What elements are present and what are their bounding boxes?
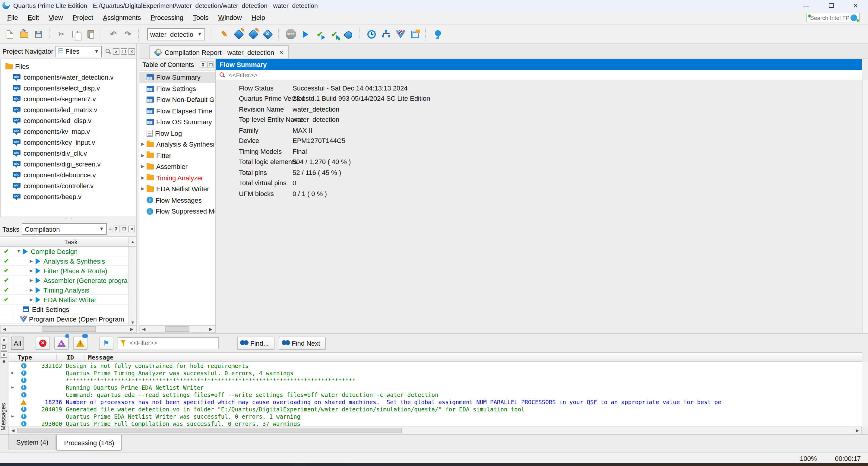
menu-window[interactable]: Window xyxy=(213,12,246,23)
report-filter-input[interactable] xyxy=(227,70,859,79)
close-panel-icon[interactable]: ✕ xyxy=(128,48,135,55)
filter-all-button[interactable]: All xyxy=(11,336,24,349)
revision-combobox[interactable]: water_detection ▼ xyxy=(147,28,205,40)
expander-right-icon[interactable]: ▶ xyxy=(141,187,147,191)
undo-button[interactable]: ↶ xyxy=(106,26,121,42)
expander-right-icon[interactable]: ▶ xyxy=(28,287,34,292)
scroll-left-icon[interactable]: ◀ xyxy=(9,428,17,433)
menu-processing[interactable]: Processing xyxy=(146,12,188,23)
message-column-header[interactable]: Message xyxy=(85,354,114,361)
toc-item-flow-suppressed[interactable]: iFlow Suppressed Me xyxy=(140,206,215,217)
tab-close-icon[interactable]: ✕ xyxy=(279,49,283,55)
file-item[interactable]: components/debounce.v xyxy=(1,169,136,180)
menu-project[interactable]: Project xyxy=(68,12,98,23)
message-row[interactable]: i293000Quartus Prime Full Compilation wa… xyxy=(8,420,862,427)
task-row[interactable]: ✔▼Compile Design xyxy=(0,247,128,256)
eco-editor-button[interactable] xyxy=(408,26,422,42)
messages-filter-box[interactable] xyxy=(118,337,219,349)
float-icon[interactable]: ❐ xyxy=(121,48,127,55)
file-item[interactable]: components/water_detection.v xyxy=(1,72,136,83)
netlist-diamond-button[interactable]: ✕ xyxy=(260,26,275,42)
file-item[interactable]: components/kv_map.v xyxy=(1,126,136,137)
expander-right-icon[interactable]: ▶ xyxy=(8,370,17,375)
minimize-button[interactable]: — xyxy=(794,0,818,11)
toc-item-analysis-synthesis[interactable]: ▶Analysis & Synthesis xyxy=(140,139,215,150)
start-analysis-synthesis-button[interactable]: ✔ xyxy=(312,26,327,42)
assignment-editor-button[interactable]: ✎ xyxy=(217,26,231,42)
file-item[interactable]: components/segment7.v xyxy=(1,93,136,104)
menu-assignments[interactable]: Assignments xyxy=(98,12,146,23)
search-input[interactable] xyxy=(809,13,850,22)
task-row[interactable]: ✔▶Assembler (Generate progra xyxy=(0,276,128,285)
new-file-button[interactable] xyxy=(2,26,17,42)
file-item[interactable]: components/led_matrix.v xyxy=(1,104,136,115)
scroll-left-icon[interactable]: ◀ xyxy=(1,327,8,332)
filter-critical-warnings-button[interactable] xyxy=(54,336,69,349)
close-panel-icon[interactable]: ✕ xyxy=(128,226,135,232)
start-fitter-button[interactable]: ✔ xyxy=(327,26,341,42)
timing-analyzer-button[interactable] xyxy=(364,26,379,42)
toc-item-eda-netlist-writer[interactable]: ▶EDA Netlist Writer xyxy=(140,183,215,194)
scroll-right-icon[interactable]: ▶ xyxy=(207,327,215,332)
toc-item-flow-messages[interactable]: iFlow Messages xyxy=(140,194,215,206)
find-button[interactable]: Find... xyxy=(237,336,274,349)
scroll-right-icon[interactable]: ▶ xyxy=(854,428,861,433)
file-item[interactable]: components/controller.v xyxy=(1,180,136,191)
toc-item-flow-os-summary[interactable]: Flow OS Summary xyxy=(140,117,215,128)
message-row[interactable]: ▶iQuartus Prime EDA Netlist Writer was s… xyxy=(8,413,862,420)
task-row[interactable]: Edit Settings xyxy=(0,305,128,314)
message-row[interactable]: ▶iRunning Quartus Prime EDA Netlist Writ… xyxy=(8,384,862,391)
pin-icon[interactable]: ⊼ xyxy=(113,226,119,232)
file-item[interactable]: components/key_input.v xyxy=(1,137,136,148)
scroll-left-icon[interactable]: ◀ xyxy=(140,327,148,332)
design-partition-button[interactable] xyxy=(379,26,393,42)
toc-item-timing-analyzer[interactable]: ▶Timing Analyzer xyxy=(140,172,215,183)
paste-button[interactable] xyxy=(83,26,98,42)
toc-item-flow-elapsed-time[interactable]: Flow Elapsed Time xyxy=(140,105,215,117)
type-column-header[interactable]: Type xyxy=(8,354,57,361)
vertical-splitter[interactable] xyxy=(137,44,140,333)
expander-right-icon[interactable]: ▶ xyxy=(141,164,147,169)
filter-flags-button[interactable]: ⚑ xyxy=(99,336,114,349)
stop-processing-button[interactable]: STOP xyxy=(283,26,298,42)
toc-horizontal-scrollbar[interactable]: ◀ ▶ xyxy=(140,325,215,333)
float-icon[interactable]: ❐ xyxy=(208,61,214,68)
expander-right-icon[interactable]: ▶ xyxy=(28,268,34,273)
report-vertical-scrollbar[interactable] xyxy=(862,80,868,333)
pin-planner-button[interactable]: ✎ xyxy=(246,26,260,42)
menu-icon[interactable]: ≡ xyxy=(2,359,5,364)
menu-tools[interactable]: Tools xyxy=(188,12,213,23)
file-item[interactable]: components/digi_screen.v xyxy=(1,159,136,169)
file-item[interactable]: components/select_disp.v xyxy=(1,83,136,93)
open-project-button[interactable] xyxy=(17,26,31,42)
scrollbar-thumb[interactable] xyxy=(165,327,189,332)
messages-horizontal-scrollbar[interactable]: ◀ ▶ xyxy=(8,427,862,434)
menu-edit[interactable]: Edit xyxy=(23,12,44,23)
scroll-down-icon[interactable]: ▼ xyxy=(131,320,135,324)
settings-diamond-button[interactable]: ✎ xyxy=(231,26,246,42)
expander-right-icon[interactable]: ▶ xyxy=(8,414,17,418)
report-filter-row[interactable] xyxy=(216,70,862,80)
message-row[interactable]: i***************************************… xyxy=(8,376,862,384)
intel-fpga-search[interactable] xyxy=(806,13,860,22)
expander-right-icon[interactable]: ▶ xyxy=(28,278,34,283)
expander-right-icon[interactable]: ▶ xyxy=(141,153,147,158)
float-icon[interactable]: ❐ xyxy=(121,226,127,232)
menu-view[interactable]: View xyxy=(44,12,67,23)
expander-down-icon[interactable]: ▼ xyxy=(16,249,22,253)
toc-item-flow-settings[interactable]: Flow Settings xyxy=(140,83,215,94)
scrollbar-thumb[interactable] xyxy=(17,428,402,433)
toc-item-flow-non-default[interactable]: Flow Non-Default Gl xyxy=(140,94,215,105)
search-icon[interactable] xyxy=(105,48,112,55)
toc-item-flow-log[interactable]: Flow Log xyxy=(140,128,215,139)
panel-splitter[interactable] xyxy=(0,217,136,222)
redo-button[interactable]: ↷ xyxy=(121,26,135,42)
task-row[interactable]: Program Device (Open Program xyxy=(0,314,128,324)
close-panel-icon[interactable]: ✕ xyxy=(1,337,7,343)
task-row[interactable]: ✔▶Analysis & Synthesis xyxy=(0,256,128,266)
id-column-header[interactable]: ID xyxy=(57,354,85,361)
message-row[interactable]: i204019Generated file water_detection.vo… xyxy=(8,405,862,413)
expander-right-icon[interactable]: ▶ xyxy=(28,297,34,302)
toc-item-assembler[interactable]: ▶Assembler xyxy=(140,161,215,172)
toc-item-fitter[interactable]: ▶Fitter xyxy=(140,150,215,161)
